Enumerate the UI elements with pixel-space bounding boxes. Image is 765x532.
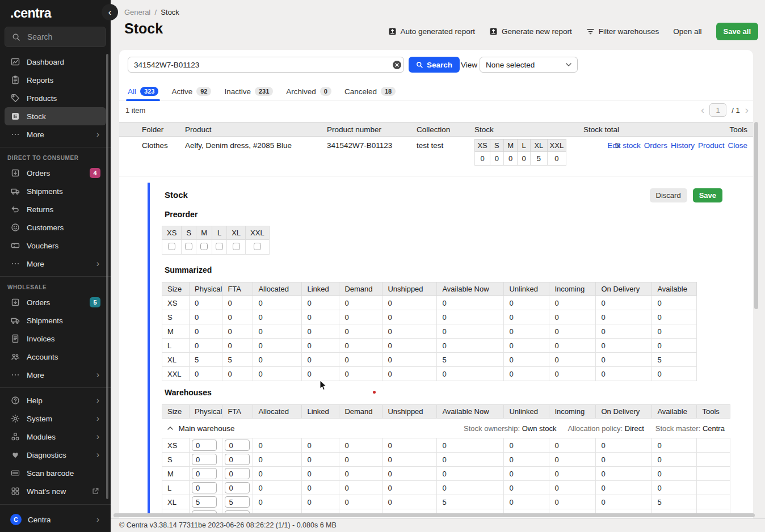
tab-canceled[interactable]: Canceled18 <box>344 83 396 100</box>
reports-icon <box>10 75 20 85</box>
value-cell: 0 <box>437 438 504 453</box>
product-row[interactable]: Clothes Aelfy, Denim dress, #2085 Blue 3… <box>119 137 753 176</box>
stock-input[interactable] <box>225 482 250 493</box>
size-header: XS <box>162 226 182 240</box>
stock-input[interactable] <box>192 454 217 465</box>
sidebar-item-vouchers[interactable]: Vouchers <box>5 237 106 255</box>
column-header: FTA <box>222 282 253 296</box>
save-all-button[interactable]: Save all <box>716 23 758 40</box>
search-input[interactable] <box>128 57 404 73</box>
sidebar-item-stock[interactable]: Stock <box>5 107 106 125</box>
sidebar-item-dtc-orders[interactable]: Orders 4 <box>5 164 106 182</box>
orders-link[interactable]: Orders <box>644 141 667 150</box>
preorder-checkbox[interactable] <box>185 243 192 250</box>
page-prev-icon[interactable]: ‹ <box>701 104 704 116</box>
stock-input[interactable] <box>225 468 250 479</box>
preorder-checkbox[interactable] <box>216 243 223 250</box>
preorder-checkbox[interactable] <box>254 243 261 250</box>
sidebar-item-customers[interactable]: Customers <box>5 218 106 237</box>
mini-head-row: XSSMLXLXXL <box>475 140 566 152</box>
tab-count-badge: 18 <box>381 87 396 96</box>
generate-new-report-button[interactable]: Generate new report <box>489 27 572 36</box>
orders-icon <box>10 168 20 178</box>
sidebar-account[interactable]: C Centra › <box>5 508 106 531</box>
sidebar-item-more-main[interactable]: More › <box>5 125 106 143</box>
discard-button[interactable]: Discard <box>650 188 687 202</box>
size-cell: XXL <box>162 509 190 514</box>
sidebar-item-dtc-shipments[interactable]: Shipments <box>5 182 106 200</box>
stock-input[interactable] <box>225 454 250 465</box>
more-dots-icon <box>10 259 20 268</box>
tab-all[interactable]: All323 <box>128 83 158 100</box>
column-header: Unlinked <box>504 282 549 296</box>
sidebar-item-dashboard[interactable]: Dashboard <box>5 53 106 71</box>
page-number-input[interactable]: 1 <box>709 103 726 117</box>
dtc-orders-badge: 4 <box>90 168 100 178</box>
edit-stock-link[interactable]: Edit stock <box>607 141 641 150</box>
value-cell: 5 <box>190 353 222 367</box>
invoices-icon <box>10 334 20 343</box>
product-link[interactable]: Product <box>698 141 725 150</box>
sidebar-item-ws-shipments[interactable]: Shipments <box>5 311 106 330</box>
sidebar-item-diagnostics[interactable]: Diagnostics › <box>5 446 106 464</box>
history-link[interactable]: History <box>671 141 695 150</box>
filter-warehouses-button[interactable]: Filter warehouses <box>586 27 659 36</box>
sidebar-item-scan-barcode[interactable]: Scan barcode <box>5 464 106 482</box>
ws-orders-badge: 5 <box>90 297 100 307</box>
value-cell: 0 <box>504 467 549 481</box>
stock-input[interactable] <box>225 440 250 451</box>
sidebar-item-ws-orders[interactable]: Orders 5 <box>5 293 106 311</box>
sidebar-collapse-button[interactable]: ‹ <box>102 4 118 20</box>
sidebar-item-reports[interactable]: Reports <box>5 71 106 89</box>
stock-input[interactable] <box>225 496 250 508</box>
view-select[interactable]: None selected <box>480 57 578 73</box>
search-button[interactable]: Search <box>409 57 460 73</box>
horizontal-scrollbar[interactable] <box>114 513 755 517</box>
stock-input[interactable] <box>192 440 217 451</box>
stock-input[interactable] <box>192 468 217 479</box>
tab-archived[interactable]: Archived0 <box>286 83 331 100</box>
value-cell: 0 <box>596 339 652 353</box>
value-cell: 0 <box>339 509 382 514</box>
warehouse-toggle[interactable]: Main warehouse <box>167 424 302 433</box>
sidebar-item-whats-new[interactable]: What's new <box>5 482 106 500</box>
sidebar-scrollbar[interactable] <box>106 54 108 499</box>
save-button[interactable]: Save <box>693 188 722 202</box>
preorder-checkbox[interactable] <box>200 243 208 250</box>
sidebar-item-invoices[interactable]: Invoices <box>5 330 106 348</box>
value-cell: 0 <box>302 509 339 514</box>
sidebar-item-returns[interactable]: Returns <box>5 200 106 218</box>
open-all-button[interactable]: Open all <box>673 27 701 36</box>
preorder-checkbox[interactable] <box>168 243 175 250</box>
view-label: View <box>461 61 477 69</box>
export-report-icon <box>489 27 498 36</box>
stock-input[interactable] <box>192 482 217 493</box>
value-cell: 0 <box>437 453 504 467</box>
stock-input[interactable] <box>192 496 217 508</box>
tab-active[interactable]: Active92 <box>171 83 211 100</box>
value-cell: 0 <box>437 481 504 495</box>
orders-icon <box>10 298 20 307</box>
page-next-icon[interactable]: › <box>745 104 749 116</box>
sidebar-item-products[interactable]: Products <box>5 89 106 107</box>
sidebar-item-more-dtc[interactable]: More › <box>5 255 106 273</box>
sidebar-item-system[interactable]: System › <box>5 409 106 428</box>
column-header: Stock <box>469 123 566 137</box>
stock-value: 5 <box>531 152 548 166</box>
close-link[interactable]: Close <box>728 141 747 150</box>
value-cell: 0 <box>253 481 302 495</box>
sidebar-item-modules[interactable]: Modules › <box>5 428 106 446</box>
vertical-scrollbar[interactable] <box>754 122 758 309</box>
sidebar-item-accounts[interactable]: Accounts <box>5 348 106 366</box>
preorder-checkbox[interactable] <box>233 243 240 250</box>
sidebar-search-input[interactable]: Search <box>5 27 106 47</box>
breadcrumb-general[interactable]: General <box>124 8 150 16</box>
tab-inactive[interactable]: Inactive231 <box>224 83 273 100</box>
sidebar-item-more-ws[interactable]: More › <box>5 366 106 384</box>
gear-icon <box>10 414 20 423</box>
clear-search-icon[interactable] <box>393 61 401 69</box>
auto-generated-report-button[interactable]: Auto generated report <box>388 27 475 36</box>
value-cell: 0 <box>652 339 697 353</box>
sidebar-item-help[interactable]: Help › <box>5 391 106 409</box>
tools-cell <box>697 509 730 514</box>
